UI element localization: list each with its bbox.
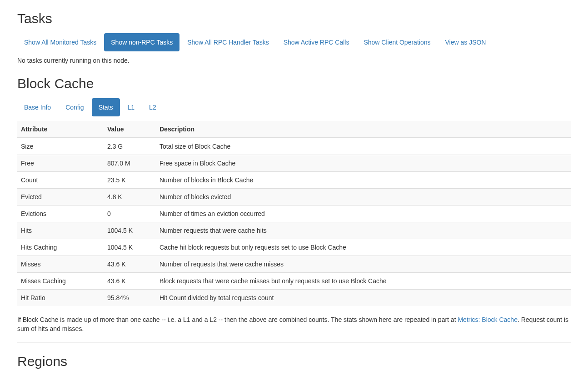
cell-desc: Free space in Block Cache — [156, 155, 571, 171]
block-cache-section: Block Cache Base Info Config Stats L1 L2… — [17, 74, 571, 333]
tab-view-as-json[interactable]: View as JSON — [438, 33, 493, 51]
cell-desc: Total size of Block Cache — [156, 138, 571, 155]
cell-attr: Hits Caching — [17, 239, 104, 256]
col-value: Value — [104, 121, 156, 138]
cell-attr: Count — [17, 171, 104, 188]
table-row: Count 23.5 K Number of blocks in Block C… — [17, 171, 571, 188]
cell-attr: Misses Caching — [17, 272, 104, 289]
cell-desc: Hit Count divided by total requests coun… — [156, 289, 571, 306]
cell-desc: Number of times an eviction occurred — [156, 205, 571, 222]
cell-value: 43.6 K — [104, 272, 156, 289]
cell-value: 23.5 K — [104, 171, 156, 188]
block-cache-footnote: If Block Cache is made up of more than o… — [17, 315, 571, 333]
cell-value: 0 — [104, 205, 156, 222]
cell-desc: Number requests that were cache hits — [156, 222, 571, 239]
tab-l1[interactable]: L1 — [121, 98, 142, 116]
tab-show-all-rpc-handler-tasks[interactable]: Show All RPC Handler Tasks — [180, 33, 275, 51]
table-row: Evicted 4.8 K Number of blocks evicted — [17, 188, 571, 205]
table-row: Size 2.3 G Total size of Block Cache — [17, 138, 571, 155]
tasks-tabs: Show All Monitored Tasks Show non-RPC Ta… — [17, 33, 571, 51]
cell-attr: Evictions — [17, 205, 104, 222]
tab-show-active-rpc-calls[interactable]: Show Active RPC Calls — [277, 33, 356, 51]
cell-attr: Size — [17, 138, 104, 155]
cell-value: 95.84% — [104, 289, 156, 306]
tasks-heading: Tasks — [17, 9, 571, 29]
cell-desc: Number of requests that were cache misse… — [156, 256, 571, 272]
tab-l2[interactable]: L2 — [142, 98, 163, 116]
footnote-text-prefix: If Block Cache is made up of more than o… — [17, 316, 458, 323]
metrics-block-cache-link[interactable]: Metrics: Block Cache — [458, 316, 517, 323]
cell-desc: Number of blocks evicted — [156, 188, 571, 205]
cell-attr: Misses — [17, 256, 104, 272]
table-row: Misses Caching 43.6 K Block requests tha… — [17, 272, 571, 289]
cell-desc: Number of blocks in Block Cache — [156, 171, 571, 188]
tab-show-client-operations[interactable]: Show Client Operations — [357, 33, 437, 51]
cell-value: 1004.5 K — [104, 239, 156, 256]
cell-value: 807.0 M — [104, 155, 156, 171]
table-row: Evictions 0 Number of times an eviction … — [17, 205, 571, 222]
cell-desc: Cache hit block requests but only reques… — [156, 239, 571, 256]
tab-show-non-rpc-tasks[interactable]: Show non-RPC Tasks — [104, 33, 179, 51]
block-cache-stats-table: Attribute Value Description Size 2.3 G T… — [17, 121, 571, 306]
tasks-status-text: No tasks currently running on this node. — [17, 56, 571, 65]
block-cache-tabs: Base Info Config Stats L1 L2 — [17, 98, 571, 116]
cell-value: 4.8 K — [104, 188, 156, 205]
regions-heading: Regions — [17, 352, 571, 371]
table-row: Hits Caching 1004.5 K Cache hit block re… — [17, 239, 571, 256]
cell-value: 2.3 G — [104, 138, 156, 155]
table-header-row: Attribute Value Description — [17, 121, 571, 138]
cell-attr: Hit Ratio — [17, 289, 104, 306]
regions-section: Regions — [17, 352, 571, 371]
table-row: Misses 43.6 K Number of requests that we… — [17, 256, 571, 272]
table-row: Hits 1004.5 K Number requests that were … — [17, 222, 571, 239]
block-cache-heading: Block Cache — [17, 74, 571, 94]
cell-value: 1004.5 K — [104, 222, 156, 239]
tasks-section: Tasks Show All Monitored Tasks Show non-… — [17, 9, 571, 65]
table-row: Hit Ratio 95.84% Hit Count divided by to… — [17, 289, 571, 306]
cell-desc: Block requests that were cache misses bu… — [156, 272, 571, 289]
tab-config[interactable]: Config — [59, 98, 90, 116]
tab-base-info[interactable]: Base Info — [17, 98, 58, 116]
cell-value: 43.6 K — [104, 256, 156, 272]
tab-stats[interactable]: Stats — [92, 98, 120, 116]
section-divider — [17, 342, 571, 343]
col-description: Description — [156, 121, 571, 138]
cell-attr: Evicted — [17, 188, 104, 205]
tab-show-all-monitored-tasks[interactable]: Show All Monitored Tasks — [17, 33, 103, 51]
table-row: Free 807.0 M Free space in Block Cache — [17, 155, 571, 171]
col-attribute: Attribute — [17, 121, 104, 138]
cell-attr: Free — [17, 155, 104, 171]
cell-attr: Hits — [17, 222, 104, 239]
